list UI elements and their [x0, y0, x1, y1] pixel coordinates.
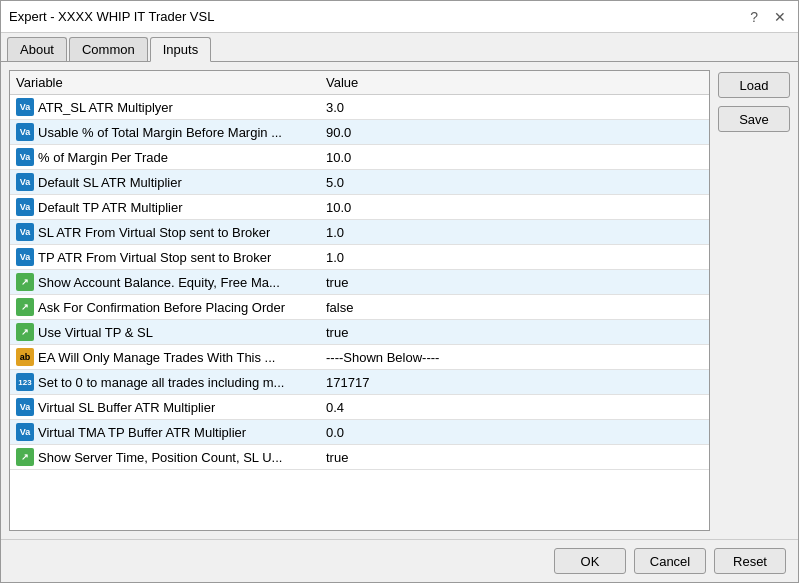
value-cell: 10.0	[320, 195, 709, 220]
variable-label: Default SL ATR Multiplier	[38, 175, 182, 190]
col-variable: Variable	[10, 71, 320, 95]
table-row[interactable]: VaVirtual TMA TP Buffer ATR Multiplier0.…	[10, 420, 709, 445]
value-cell: 1.0	[320, 220, 709, 245]
table-row[interactable]: ↗Use Virtual TP & SLtrue	[10, 320, 709, 345]
cancel-button[interactable]: Cancel	[634, 548, 706, 574]
value-cell: 171717	[320, 370, 709, 395]
variable-label: % of Margin Per Trade	[38, 150, 168, 165]
variable-label: Default TP ATR Multiplier	[38, 200, 183, 215]
variable-label: Virtual TMA TP Buffer ATR Multiplier	[38, 425, 246, 440]
variable-label: Ask For Confirmation Before Placing Orde…	[38, 300, 285, 315]
reset-button[interactable]: Reset	[714, 548, 786, 574]
row-icon: ab	[16, 348, 34, 366]
variable-label: ATR_SL ATR Multiplyer	[38, 100, 173, 115]
value-cell: 90.0	[320, 120, 709, 145]
tab-common[interactable]: Common	[69, 37, 148, 61]
table-row[interactable]: VaDefault SL ATR Multiplier5.0	[10, 170, 709, 195]
value-cell: true	[320, 445, 709, 470]
table-row[interactable]: VaVirtual SL Buffer ATR Multiplier0.4	[10, 395, 709, 420]
row-icon: Va	[16, 223, 34, 241]
variable-label: Show Account Balance. Equity, Free Ma...	[38, 275, 280, 290]
table-row[interactable]: VaSL ATR From Virtual Stop sent to Broke…	[10, 220, 709, 245]
row-icon: ↗	[16, 448, 34, 466]
help-button[interactable]: ?	[746, 10, 762, 24]
save-button[interactable]: Save	[718, 106, 790, 132]
value-cell: false	[320, 295, 709, 320]
bottom-bar: OK Cancel Reset	[1, 539, 798, 582]
row-icon: Va	[16, 173, 34, 191]
row-icon: 123	[16, 373, 34, 391]
row-icon: Va	[16, 248, 34, 266]
value-cell: 0.4	[320, 395, 709, 420]
tab-bar: About Common Inputs	[1, 33, 798, 62]
variable-label: Use Virtual TP & SL	[38, 325, 153, 340]
table-row[interactable]: VaATR_SL ATR Multiplyer3.0	[10, 95, 709, 120]
value-cell: true	[320, 270, 709, 295]
ok-button[interactable]: OK	[554, 548, 626, 574]
value-cell: ----Shown Below----	[320, 345, 709, 370]
tab-inputs[interactable]: Inputs	[150, 37, 211, 62]
col-value: Value	[320, 71, 709, 95]
value-cell: 3.0	[320, 95, 709, 120]
table-row[interactable]: VaUsable % of Total Margin Before Margin…	[10, 120, 709, 145]
table-row[interactable]: ↗Show Account Balance. Equity, Free Ma..…	[10, 270, 709, 295]
variable-label: Usable % of Total Margin Before Margin .…	[38, 125, 282, 140]
tab-about[interactable]: About	[7, 37, 67, 61]
value-cell: 0.0	[320, 420, 709, 445]
close-button[interactable]: ✕	[770, 10, 790, 24]
dialog-window: Expert - XXXX WHIP IT Trader VSL ? ✕ Abo…	[0, 0, 799, 583]
variable-label: Set to 0 to manage all trades including …	[38, 375, 284, 390]
inputs-table[interactable]: Variable Value VaATR_SL ATR Multiplyer3.…	[9, 70, 710, 531]
row-icon: Va	[16, 398, 34, 416]
row-icon: Va	[16, 148, 34, 166]
row-icon: ↗	[16, 273, 34, 291]
dialog-title: Expert - XXXX WHIP IT Trader VSL	[9, 9, 214, 24]
value-cell: 10.0	[320, 145, 709, 170]
row-icon: Va	[16, 98, 34, 116]
table-row[interactable]: Va% of Margin Per Trade10.0	[10, 145, 709, 170]
table-row[interactable]: abEA Will Only Manage Trades With This .…	[10, 345, 709, 370]
variable-label: EA Will Only Manage Trades With This ...	[38, 350, 275, 365]
load-button[interactable]: Load	[718, 72, 790, 98]
table-row[interactable]: VaDefault TP ATR Multiplier10.0	[10, 195, 709, 220]
variable-label: TP ATR From Virtual Stop sent to Broker	[38, 250, 271, 265]
value-cell: 1.0	[320, 245, 709, 270]
row-icon: Va	[16, 198, 34, 216]
content-area: Variable Value VaATR_SL ATR Multiplyer3.…	[1, 62, 798, 539]
table-row[interactable]: ↗Show Server Time, Position Count, SL U.…	[10, 445, 709, 470]
row-icon: Va	[16, 423, 34, 441]
table-row[interactable]: 123Set to 0 to manage all trades includi…	[10, 370, 709, 395]
title-bar-controls: ? ✕	[746, 10, 790, 24]
row-icon: Va	[16, 123, 34, 141]
value-cell: true	[320, 320, 709, 345]
variable-label: Show Server Time, Position Count, SL U..…	[38, 450, 282, 465]
title-bar: Expert - XXXX WHIP IT Trader VSL ? ✕	[1, 1, 798, 33]
side-buttons: Load Save	[718, 70, 790, 531]
row-icon: ↗	[16, 323, 34, 341]
value-cell: 5.0	[320, 170, 709, 195]
variable-label: Virtual SL Buffer ATR Multiplier	[38, 400, 215, 415]
variable-label: SL ATR From Virtual Stop sent to Broker	[38, 225, 270, 240]
row-icon: ↗	[16, 298, 34, 316]
table-row[interactable]: VaTP ATR From Virtual Stop sent to Broke…	[10, 245, 709, 270]
table-row[interactable]: ↗Ask For Confirmation Before Placing Ord…	[10, 295, 709, 320]
